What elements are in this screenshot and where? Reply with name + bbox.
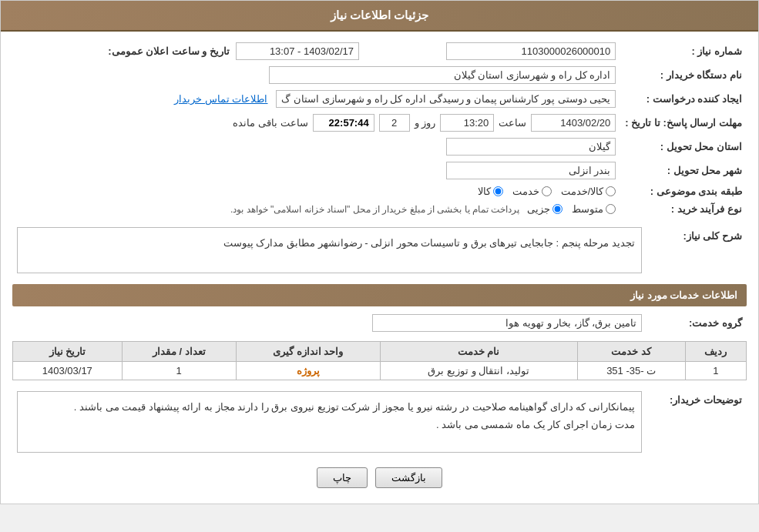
buyer-desc-section: توضیحات خریدار: پیمانکارانی که دارای گوا…	[12, 388, 747, 456]
province-label: استان محل تحویل :	[620, 135, 747, 159]
class-label-khadamat: خدمت	[512, 186, 539, 197]
col-header-row: ردیف	[685, 342, 746, 362]
row1-unit: پروژه	[236, 362, 380, 380]
deadline-days: 2	[379, 114, 410, 132]
purchase-type-row: متوسط جزیی پرداخت تمام یا بخشی از مبلغ خ…	[17, 203, 616, 215]
requester-value: یحیی دوستی پور کارشناس پیمان و رسیدگی اد…	[276, 90, 616, 108]
classification-radio-group: کالا/خدمت خدمت کالا	[17, 186, 616, 197]
purchase-option-jozii[interactable]: جزیی	[527, 203, 563, 215]
buyer-org-value: اداره کل راه و شهرسازی استان گیلان	[269, 66, 616, 84]
col-header-name: نام خدمت	[380, 342, 577, 362]
purchase-radio-group: متوسط جزیی	[527, 203, 616, 215]
services-table: ردیف کد خدمت نام خدمت واحد اندازه گیری ت…	[12, 341, 747, 380]
purchase-radio-motavaset[interactable]	[606, 204, 616, 214]
need-desc-value: تجدید مرحله پنجم : جابجایی تیرهای برق و …	[17, 227, 642, 273]
class-option-kala-khadamat[interactable]: کالا/خدمت	[561, 186, 616, 197]
back-button[interactable]: بازگشت	[375, 467, 442, 488]
purchase-label-motavaset: متوسط	[572, 203, 603, 215]
announce-label: تاریخ و ساعت اعلان عمومی:	[108, 45, 230, 57]
class-label-kala: کالا	[478, 186, 491, 197]
purchase-label-jozii: جزیی	[527, 203, 550, 215]
service-group-label: گروه خدمت:	[646, 311, 747, 335]
city-label: شهر محل تحویل :	[620, 159, 747, 182]
class-radio-kala[interactable]	[493, 186, 503, 196]
buyer-org-label: نام دستگاه خریدار :	[620, 63, 747, 87]
remaining-label: ساعت باقی مانده	[233, 117, 307, 129]
buyer-desc-text: پیمانکارانی که دارای گواهینامه صلاحیت در…	[74, 401, 635, 430]
col-header-unit: واحد اندازه گیری	[236, 342, 380, 362]
print-button[interactable]: چاپ	[317, 467, 368, 488]
announce-row: 1403/02/17 - 13:07 تاریخ و ساعت اعلان عم…	[17, 42, 359, 60]
need-desc-section: شرح کلی نیاز: تجدید مرحله پنجم : جابجایی…	[12, 224, 747, 276]
announce-value: 1403/02/17 - 13:07	[236, 42, 359, 60]
page-header: جزئیات اطلاعات نیاز	[1, 1, 758, 32]
col-header-code: کد خدمت	[577, 342, 685, 362]
row1-date: 1403/03/17	[13, 362, 123, 380]
need-desc-label: شرح کلی نیاز:	[646, 224, 747, 276]
class-label-kala-khadamat: کالا/خدمت	[561, 186, 604, 197]
city-value: بندر انزلی	[446, 162, 616, 179]
purchase-type-label: نوع فرآیند خرید :	[620, 200, 747, 218]
row1-qty: 1	[122, 362, 236, 380]
main-content: شماره نیاز : 1103000026000010 1403/02/17…	[1, 32, 758, 504]
col-header-qty: تعداد / مقدار	[122, 342, 236, 362]
buyer-desc-value: پیمانکارانی که دارای گواهینامه صلاحیت در…	[17, 391, 642, 453]
buyer-desc-label: توضیحات خریدار:	[646, 388, 747, 456]
row1-num: 1	[685, 362, 746, 380]
deadline-label: مهلت ارسال پاسخ: تا تاریخ :	[620, 111, 747, 135]
service-group-value: تامین برق، گاز، بخار و تهویه هوا	[372, 314, 642, 332]
row1-service-name: تولید، انتقال و توزیع برق	[380, 362, 577, 380]
requester-contact-link[interactable]: اطلاعات تماس خریدار	[174, 93, 267, 105]
class-option-kala[interactable]: کالا	[478, 186, 503, 197]
deadline-date: 1403/02/20	[531, 114, 616, 132]
remaining-time: 22:57:44	[313, 114, 374, 132]
table-row: 1 ت -35- 351 تولید، انتقال و توزیع برق پ…	[13, 362, 747, 380]
purchase-option-motavaset[interactable]: متوسط	[572, 203, 616, 215]
page-title: جزئیات اطلاعات نیاز	[331, 8, 428, 22]
purchase-radio-jozii[interactable]	[552, 204, 563, 214]
row1-code: ت -35- 351	[577, 362, 685, 380]
classification-label: طبقه بندی موضوعی :	[620, 182, 747, 200]
deadline-row: 1403/02/20 ساعت 13:20 روز و 2 22:57:44 س…	[17, 114, 616, 132]
class-option-khadamat[interactable]: خدمت	[512, 186, 552, 197]
need-number-value: 1103000026000010	[446, 42, 616, 60]
time-label: ساعت	[499, 117, 526, 129]
col-header-date: تاریخ نیاز	[13, 342, 123, 362]
class-radio-kala-khadamat[interactable]	[606, 186, 616, 196]
requester-label: ایجاد کننده درخواست :	[620, 87, 747, 111]
action-buttons: بازگشت چاپ	[12, 467, 747, 488]
need-number-label: شماره نیاز :	[620, 39, 747, 63]
class-radio-khadamat[interactable]	[542, 186, 552, 196]
purchase-note: پرداخت تمام یا بخشی از مبلغ خریدار از مح…	[230, 204, 519, 215]
info-table-top: شماره نیاز : 1103000026000010 1403/02/17…	[12, 39, 747, 218]
service-group-table: گروه خدمت: تامین برق، گاز، بخار و تهویه …	[12, 311, 747, 335]
province-value: گیلان	[446, 138, 616, 156]
days-label: روز و	[415, 117, 436, 129]
deadline-time: 13:20	[440, 114, 494, 132]
page-wrapper: جزئیات اطلاعات نیاز شماره نیاز : 1103000…	[0, 0, 759, 504]
service-info-header: اطلاعات خدمات مورد نیاز	[12, 284, 747, 306]
